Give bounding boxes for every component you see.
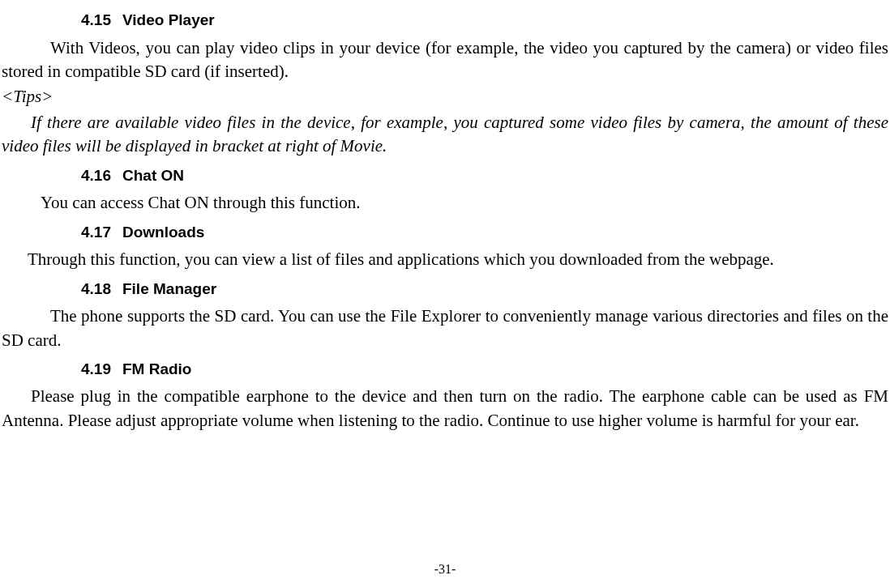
document-page: 4.15Video Player With Videos, you can pl… (0, 10, 890, 432)
heading-4-19: 4.19FM Radio (81, 359, 888, 381)
heading-title: Downloads (122, 224, 204, 241)
paragraph: You can access Chat ON through this func… (2, 191, 888, 215)
section-4-18: 4.18File Manager The phone supports the … (2, 279, 888, 352)
heading-title: File Manager (122, 280, 216, 297)
heading-4-17: 4.17Downloads (81, 222, 888, 244)
tips-body: If there are available video files in th… (2, 111, 888, 159)
paragraph: Through this function, you can view a li… (2, 248, 888, 271)
section-4-19: 4.19FM Radio Please plug in the compatib… (2, 359, 888, 432)
heading-number: 4.17 (81, 222, 111, 244)
paragraph: With Videos, you can play video clips in… (2, 36, 888, 84)
section-4-17: 4.17Downloads Through this function, you… (2, 222, 888, 272)
heading-number: 4.19 (81, 359, 111, 381)
section-4-16: 4.16Chat ON You can access Chat ON throu… (2, 165, 888, 215)
heading-number: 4.16 (81, 165, 111, 187)
heading-4-18: 4.18File Manager (81, 279, 888, 300)
heading-4-16: 4.16Chat ON (81, 165, 888, 187)
heading-4-15: 4.15Video Player (81, 10, 888, 32)
tips-label: <Tips> (2, 85, 888, 109)
heading-title: FM Radio (122, 360, 192, 377)
paragraph: The phone supports the SD card. You can … (2, 305, 888, 352)
page-number: -31- (0, 560, 890, 578)
section-4-15: 4.15Video Player With Videos, you can pl… (2, 10, 888, 159)
heading-number: 4.18 (81, 279, 111, 300)
heading-title: Chat ON (122, 167, 184, 184)
heading-number: 4.15 (81, 10, 111, 32)
heading-title: Video Player (122, 11, 215, 28)
paragraph: Please plug in the compatible earphone t… (2, 385, 888, 432)
